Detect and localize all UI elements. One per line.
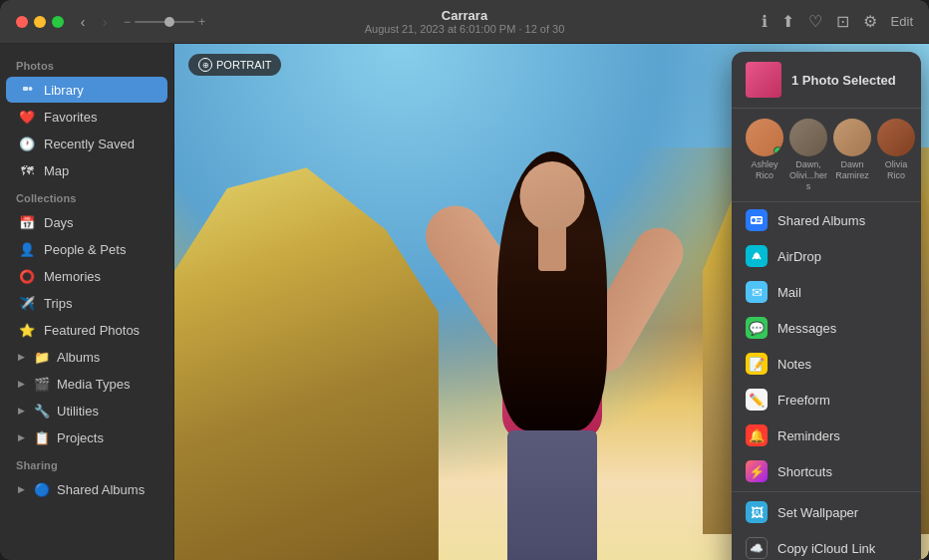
sidebar-item-utilities[interactable]: ▶ 🔧 Utilities: [6, 398, 167, 423]
avatar-olivia-bg: [877, 119, 915, 156]
photo-area: ⊕ PORTRAIT 1 Photo Selected Ashley Rico: [174, 44, 929, 560]
messages-menu-label: Messages: [777, 321, 836, 336]
svg-point-2: [29, 87, 33, 91]
contact-dawn2[interactable]: Dawn Ramirez: [833, 119, 871, 191]
person-body: [403, 52, 702, 560]
contact-avatar-dawn1: [789, 119, 827, 156]
recently-saved-label: Recently Saved: [44, 137, 135, 151]
media-types-chevron: ▶: [18, 379, 25, 389]
share-menu-messages[interactable]: 💬 Messages: [732, 310, 921, 346]
contact-olivia[interactable]: Olivia Rico: [877, 119, 915, 191]
titlebar-center: Carrara August 21, 2023 at 6:01:00 PM · …: [365, 8, 565, 35]
sidebar-item-memories[interactable]: ⭕ Memories: [6, 263, 167, 289]
titlebar: ‹ › − + Carrara August 21, 2023 at 6:01:…: [0, 0, 929, 44]
portrait-badge: ⊕ PORTRAIT: [188, 54, 281, 76]
shared-albums-menu-label: Shared Albums: [777, 213, 865, 228]
sidebar: Photos Library ❤️ Favorites 🕐 Recently S…: [0, 44, 174, 560]
svg-rect-1: [23, 87, 28, 91]
share-menu-reminders[interactable]: 🔔 Reminders: [732, 418, 921, 453]
sidebar-item-shared-albums[interactable]: ▶ 🔵 Shared Albums: [6, 476, 167, 502]
sidebar-item-people-pets[interactable]: 👤 People & Pets: [6, 236, 167, 262]
avatar-dawn2-bg: [833, 119, 871, 156]
media-types-icon: 🎬: [33, 375, 51, 393]
freeform-icon: ✏️: [746, 389, 768, 411]
contact-avatar-olivia: [877, 119, 915, 156]
sidebar-item-library[interactable]: Library: [6, 77, 167, 103]
contact-name-olivia: Olivia Rico: [877, 159, 915, 181]
share-menu-shortcuts[interactable]: ⚡ Shortcuts: [732, 453, 921, 489]
edit-button[interactable]: Edit: [891, 14, 913, 29]
sidebar-item-recently-saved[interactable]: 🕐 Recently Saved: [6, 131, 167, 156]
sidebar-item-trips[interactable]: ✈️ Trips: [6, 290, 167, 316]
adjust-icon[interactable]: ⚙: [863, 12, 877, 31]
shortcuts-icon: ⚡: [746, 460, 768, 482]
share-menu-mail[interactable]: ✉ Mail: [732, 274, 921, 310]
contact-avatar-ashley: [746, 119, 783, 156]
map-label: Map: [44, 163, 69, 178]
fullscreen-button[interactable]: [52, 16, 64, 28]
svg-rect-5: [757, 218, 762, 220]
share-menu-shared-albums[interactable]: Shared Albums: [732, 202, 921, 238]
sidebar-item-albums[interactable]: ▶ 📁 Albums: [6, 344, 167, 370]
sidebar-item-map[interactable]: 🗺 Map: [6, 157, 167, 183]
contact-avatar-dawn2: [833, 119, 871, 156]
main-content: Photos Library ❤️ Favorites 🕐 Recently S…: [0, 44, 929, 560]
back-button[interactable]: ‹: [74, 13, 92, 31]
notes-icon: 📝: [746, 353, 768, 375]
projects-label: Projects: [57, 430, 104, 445]
people-pets-icon: 👤: [18, 240, 36, 258]
recently-saved-icon: 🕐: [18, 135, 36, 152]
collections-section-label: Collections: [0, 184, 173, 208]
window-subtitle: August 21, 2023 at 6:01:00 PM · 12 of 30: [365, 23, 565, 35]
share-menu-wallpaper[interactable]: 🖼 Set Wallpaper: [732, 494, 921, 530]
shared-albums-label: Shared Albums: [57, 482, 145, 497]
utilities-icon: 🔧: [33, 402, 51, 420]
contact-dawn1[interactable]: Dawn, Olivi...hers: [789, 119, 827, 191]
mail-menu-label: Mail: [777, 285, 801, 300]
sidebar-item-featured-photos[interactable]: ⭐ Featured Photos: [6, 317, 167, 343]
share-menu-airdrop[interactable]: AirDrop: [732, 238, 921, 274]
share-menu-notes[interactable]: 📝 Notes: [732, 346, 921, 382]
shared-albums-icon: 🔵: [33, 480, 51, 498]
share-menu-icloud[interactable]: ☁️ Copy iCloud Link: [732, 530, 921, 560]
portrait-label: PORTRAIT: [216, 59, 271, 71]
zoom-minus[interactable]: −: [124, 15, 131, 29]
days-label: Days: [44, 215, 74, 230]
shared-albums-chevron: ▶: [18, 484, 25, 494]
contact-name-dawn1: Dawn, Olivi...hers: [789, 159, 827, 191]
days-icon: 📅: [18, 213, 36, 231]
icloud-menu-label: Copy iCloud Link: [777, 541, 875, 556]
wallpaper-menu-label: Set Wallpaper: [777, 505, 858, 520]
share-panel: 1 Photo Selected Ashley Rico: [732, 52, 921, 560]
portrait-icon: ⊕: [198, 58, 212, 72]
contact-name-dawn2: Dawn Ramirez: [833, 159, 871, 181]
crop-icon[interactable]: ⊡: [836, 12, 849, 31]
utilities-chevron: ▶: [18, 406, 25, 416]
minimize-button[interactable]: [34, 16, 46, 28]
sidebar-item-days[interactable]: 📅 Days: [6, 209, 167, 235]
share-contacts: Ashley Rico Dawn, Olivi...hers Dawn Rami…: [732, 109, 921, 202]
contact-ashley[interactable]: Ashley Rico: [746, 119, 783, 191]
avatar-dawn1-bg: [789, 119, 827, 156]
traffic-lights: [16, 16, 64, 28]
favorites-icon: ❤️: [18, 108, 36, 126]
forward-button[interactable]: ›: [96, 13, 114, 31]
map-icon: 🗺: [18, 161, 36, 179]
notes-menu-label: Notes: [777, 357, 811, 372]
sidebar-item-media-types[interactable]: ▶ 🎬 Media Types: [6, 371, 167, 397]
info-icon[interactable]: ℹ: [762, 12, 768, 31]
heart-icon[interactable]: ♡: [808, 12, 822, 31]
albums-label: Albums: [57, 350, 100, 365]
close-button[interactable]: [16, 16, 28, 28]
sidebar-item-projects[interactable]: ▶ 📋 Projects: [6, 424, 167, 450]
albums-icon: 📁: [33, 348, 51, 366]
utilities-label: Utilities: [57, 404, 99, 419]
share-icon[interactable]: ⬆: [781, 12, 794, 31]
photos-section-label: Photos: [0, 52, 173, 76]
zoom-slider[interactable]: [135, 21, 194, 23]
share-selected-label: 1 Photo Selected: [791, 73, 896, 88]
share-menu-freeform[interactable]: ✏️ Freeform: [732, 382, 921, 418]
svg-rect-6: [757, 221, 761, 223]
sidebar-item-favorites[interactable]: ❤️ Favorites: [6, 104, 167, 130]
zoom-plus[interactable]: +: [198, 15, 205, 29]
